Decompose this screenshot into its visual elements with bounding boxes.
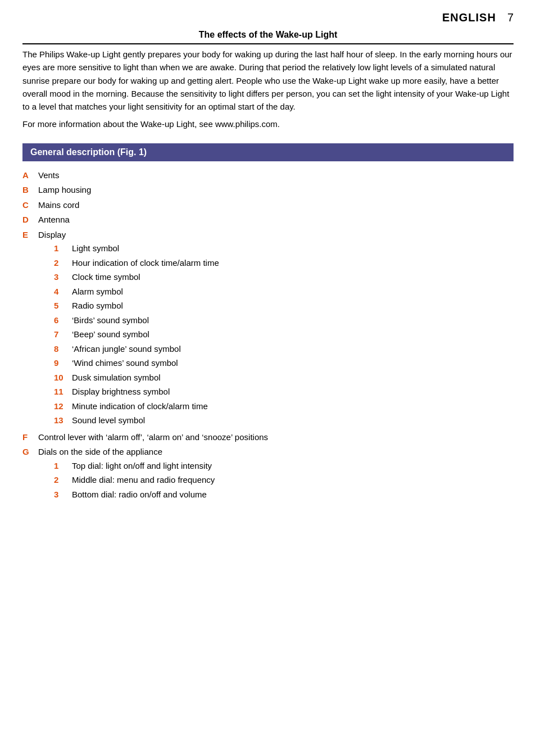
letter-f: F xyxy=(22,431,38,444)
general-description-list: AVentsBLamp housingCMains cordDAntennaED… xyxy=(22,169,514,503)
sub-text-7: ‘Beep’ sound symbol xyxy=(72,328,149,341)
sub-item-e-1: 1Light symbol xyxy=(54,242,514,255)
letter-d: D xyxy=(22,214,38,227)
number-1: 1 xyxy=(54,460,72,473)
page-header: ENGLISH 7 xyxy=(22,11,514,24)
item-text-b: Lamp housing xyxy=(38,185,91,194)
intro-paragraph-2: For more information about the Wake-up L… xyxy=(22,117,514,130)
sub-text-12: Minute indication of clock/alarm time xyxy=(72,400,208,413)
sub-text-9: ‘Wind chimes’ sound symbol xyxy=(72,357,178,370)
number-3: 3 xyxy=(54,271,72,284)
number-3: 3 xyxy=(54,488,72,501)
item-text-f: Control lever with ‘alarm off’, ‘alarm o… xyxy=(38,432,268,442)
section1-title: The effects of the Wake-up Light xyxy=(22,30,514,44)
sub-text-6: ‘Birds’ sound symbol xyxy=(72,314,149,327)
sub-list-g: 1Top dial: light on/off and light intens… xyxy=(54,460,514,501)
number-11: 11 xyxy=(54,386,72,399)
list-item-g: GDials on the side of the appliance1Top … xyxy=(22,446,514,503)
number-1: 1 xyxy=(54,242,72,255)
sub-text-4: Alarm symbol xyxy=(72,286,123,298)
list-item-f: FControl lever with ‘alarm off’, ‘alarm … xyxy=(22,431,514,444)
number-7: 7 xyxy=(54,328,72,341)
number-5: 5 xyxy=(54,300,72,313)
number-4: 4 xyxy=(54,286,72,298)
language-label: ENGLISH xyxy=(442,11,496,24)
sub-item-e-11: 11Display brightness symbol xyxy=(54,386,514,399)
sub-item-e-3: 3Clock time symbol xyxy=(54,271,514,284)
number-10: 10 xyxy=(54,372,72,384)
item-text-a: Vents xyxy=(38,170,60,180)
sub-item-e-12: 12Minute indication of clock/alarm time xyxy=(54,400,514,413)
sub-text-5: Radio symbol xyxy=(72,300,123,313)
sub-text-11: Display brightness symbol xyxy=(72,386,170,399)
sub-item-e-8: 8‘African jungle’ sound symbol xyxy=(54,343,514,356)
sub-text-2: Hour indication of clock time/alarm time xyxy=(72,257,219,270)
sub-text-3: Bottom dial: radio on/off and volume xyxy=(72,488,207,501)
item-text-e: Display xyxy=(38,230,66,239)
number-12: 12 xyxy=(54,400,72,413)
sub-item-g-1: 1Top dial: light on/off and light intens… xyxy=(54,460,514,473)
intro-paragraph-1: The Philips Wake-up Light gently prepare… xyxy=(22,48,514,113)
number-2: 2 xyxy=(54,474,72,487)
list-item-e: EDisplay1Light symbol2Hour indication of… xyxy=(22,229,514,429)
number-2: 2 xyxy=(54,257,72,270)
sub-item-e-7: 7‘Beep’ sound symbol xyxy=(54,328,514,341)
list-item-d: DAntenna xyxy=(22,214,514,227)
letter-e: E xyxy=(22,229,38,242)
sub-item-e-13: 13Sound level symbol xyxy=(54,414,514,427)
section2-header: General description (Fig. 1) xyxy=(22,143,514,161)
sub-item-e-4: 4Alarm symbol xyxy=(54,286,514,298)
sub-text-13: Sound level symbol xyxy=(72,414,145,427)
item-text-c: Mains cord xyxy=(38,200,79,210)
sub-item-g-2: 2Middle dial: menu and radio frequency xyxy=(54,474,514,487)
sub-item-e-9: 9‘Wind chimes’ sound symbol xyxy=(54,357,514,370)
sub-list-e: 1Light symbol2Hour indication of clock t… xyxy=(54,242,514,427)
letter-c: C xyxy=(22,199,38,212)
sub-text-1: Top dial: light on/off and light intensi… xyxy=(72,460,212,473)
sub-text-8: ‘African jungle’ sound symbol xyxy=(72,343,181,356)
item-text-g: Dials on the side of the appliance xyxy=(38,447,162,456)
number-13: 13 xyxy=(54,414,72,427)
number-8: 8 xyxy=(54,343,72,356)
number-6: 6 xyxy=(54,314,72,327)
item-text-d: Antenna xyxy=(38,215,70,224)
sub-text-10: Dusk simulation symbol xyxy=(72,372,161,384)
letter-g: G xyxy=(22,446,38,459)
page-number: 7 xyxy=(507,11,514,24)
letter-a: A xyxy=(22,169,38,182)
sub-item-e-10: 10Dusk simulation symbol xyxy=(54,372,514,384)
list-item-a: AVents xyxy=(22,169,514,182)
sub-text-3: Clock time symbol xyxy=(72,271,140,284)
list-item-c: CMains cord xyxy=(22,199,514,212)
list-item-b: BLamp housing xyxy=(22,184,514,197)
sub-item-g-3: 3Bottom dial: radio on/off and volume xyxy=(54,488,514,501)
sub-item-e-6: 6‘Birds’ sound symbol xyxy=(54,314,514,327)
sub-text-1: Light symbol xyxy=(72,242,119,255)
sub-item-e-5: 5Radio symbol xyxy=(54,300,514,313)
letter-b: B xyxy=(22,184,38,197)
sub-text-2: Middle dial: menu and radio frequency xyxy=(72,474,215,487)
number-9: 9 xyxy=(54,357,72,370)
sub-item-e-2: 2Hour indication of clock time/alarm tim… xyxy=(54,257,514,270)
